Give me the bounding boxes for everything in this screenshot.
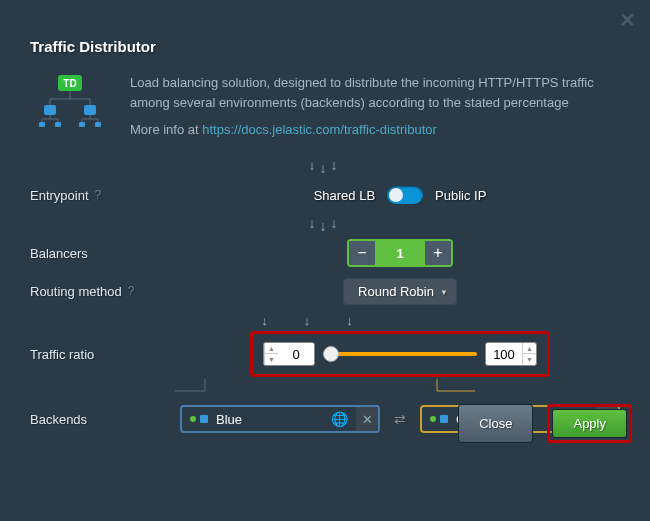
more-info-prefix: More info at: [130, 122, 202, 137]
ratio-right-down[interactable]: ▼: [523, 354, 536, 365]
balancers-minus[interactable]: −: [349, 241, 375, 265]
backends-label: Backends: [30, 412, 180, 427]
svg-rect-12: [39, 122, 45, 127]
description-text: Load balancing solution, designed to dis…: [130, 73, 620, 112]
balancers-stepper[interactable]: − 1 +: [347, 239, 453, 267]
help-icon[interactable]: ?: [128, 284, 135, 298]
td-diagram-icon: TD: [30, 73, 110, 136]
swap-icon[interactable]: ⇄: [394, 411, 406, 427]
entrypoint-shared-label: Shared LB: [314, 188, 375, 203]
svg-rect-7: [84, 105, 96, 115]
svg-rect-19: [95, 122, 101, 127]
flow-arrows: ↓↓↓: [30, 215, 620, 233]
backend-left-select[interactable]: Blue 🌐 ✕: [180, 405, 380, 433]
backend-left-name: Blue: [216, 412, 242, 427]
page-title: Traffic Distributor: [30, 38, 620, 55]
apply-highlight: Apply: [547, 404, 632, 443]
help-icon[interactable]: ?: [95, 188, 102, 202]
close-icon[interactable]: ✕: [619, 8, 636, 32]
entrypoint-toggle[interactable]: [387, 186, 423, 204]
flow-arrows: ↓↓↓: [30, 157, 620, 175]
ratio-right-up[interactable]: ▲: [523, 343, 536, 354]
traffic-ratio-highlight: ▲▼ ▲▼: [250, 331, 550, 377]
ratio-left-up[interactable]: ▲: [265, 343, 278, 354]
backend-left-clear[interactable]: ✕: [356, 407, 378, 431]
balancers-plus[interactable]: +: [425, 241, 451, 265]
svg-text:TD: TD: [63, 78, 76, 89]
routing-label: Routing method: [30, 284, 122, 299]
docs-link[interactable]: https://docs.jelastic.com/traffic-distri…: [202, 122, 437, 137]
entrypoint-label: Entrypoint: [30, 188, 89, 203]
ratio-right-input[interactable]: [486, 347, 522, 362]
close-button[interactable]: Close: [458, 404, 533, 443]
entrypoint-public-label: Public IP: [435, 188, 486, 203]
apply-button[interactable]: Apply: [552, 409, 627, 438]
ratio-left-down[interactable]: ▼: [265, 354, 278, 365]
svg-rect-13: [55, 122, 61, 127]
svg-rect-18: [79, 122, 85, 127]
globe-icon: 🌐: [331, 411, 348, 427]
ratio-slider-thumb[interactable]: [323, 346, 339, 362]
ratio-left-input[interactable]: [278, 347, 314, 362]
ratio-slider[interactable]: [323, 352, 477, 356]
flow-arrows: ↓↓↓: [30, 313, 620, 329]
status-dot-icon: [430, 416, 436, 422]
node-icon: [200, 415, 208, 423]
svg-rect-6: [44, 105, 56, 115]
balancers-value: 1: [375, 241, 425, 265]
routing-select[interactable]: Round Robin: [343, 278, 457, 305]
ratio-label: Traffic ratio: [30, 347, 94, 362]
balancers-label: Balancers: [30, 246, 88, 261]
connector-lines: [175, 379, 475, 405]
node-icon: [440, 415, 448, 423]
status-dot-icon: [190, 416, 196, 422]
